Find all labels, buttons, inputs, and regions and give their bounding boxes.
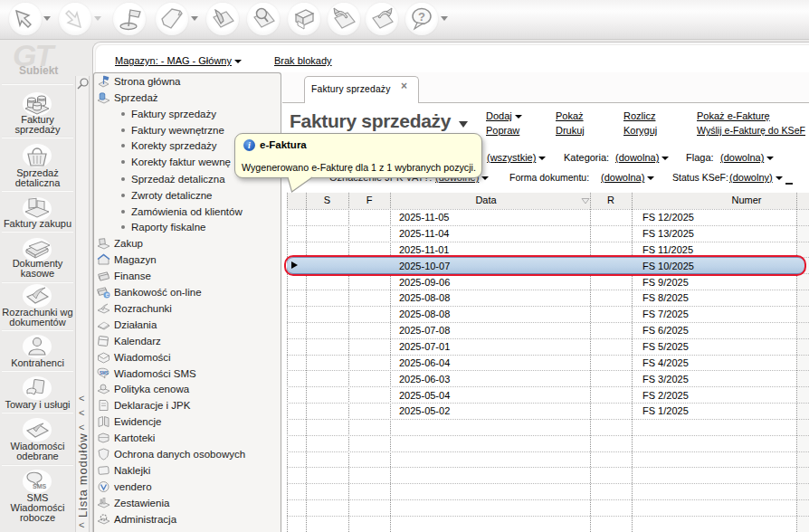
svg-text:SMS: SMS bbox=[33, 483, 47, 489]
svg-text:SMS: SMS bbox=[100, 371, 109, 375]
svg-text:?: ? bbox=[418, 10, 425, 24]
svg-text:e: e bbox=[105, 291, 109, 298]
